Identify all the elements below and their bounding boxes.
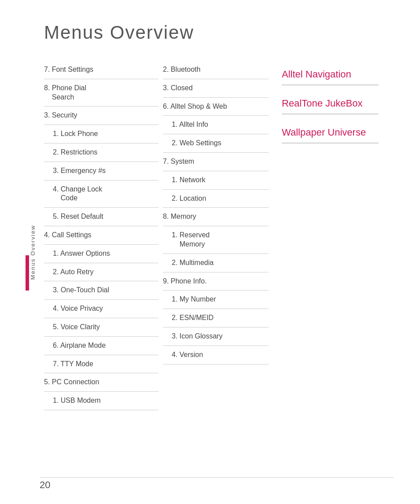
list-item: 9. Phone Info.	[163, 272, 269, 291]
bottom-line	[40, 477, 394, 478]
right-item-label: RealTone JukeBox	[282, 98, 362, 109]
list-item: 3. Closed	[163, 79, 269, 98]
right-item-label: Alltel Navigation	[282, 69, 351, 80]
list-item: 2. ESN/MEID	[163, 309, 269, 327]
list-item: 1. Alltel Info	[163, 116, 269, 134]
list-item: 2. Auto Retry	[44, 263, 158, 282]
list-item: 3. Emergency #s	[44, 162, 158, 180]
list-item: 4. Version	[163, 346, 269, 364]
list-item: 2. Web Settings	[163, 134, 269, 153]
right-item-realtone-jukebox: RealTone JukeBox	[282, 90, 379, 114]
list-item: 5. Voice Clarity	[44, 318, 158, 337]
right-item-label: Wallpaper Universe	[282, 127, 366, 138]
right-item-alltel-navigation: Alltel Navigation	[282, 61, 379, 85]
column-right: Alltel Navigation RealTone JukeBox Wallp…	[282, 61, 379, 410]
list-item: 1. USB Modem	[44, 392, 158, 410]
list-item: 8. Memory	[163, 208, 269, 226]
sidebar-bar	[26, 255, 29, 291]
list-item: 2. Multimedia	[163, 254, 269, 272]
content-area: 7. Font Settings 8. Phone Dial Search 3.…	[44, 61, 394, 410]
list-item: 6. Airplane Mode	[44, 337, 158, 355]
list-item: 7. System	[163, 153, 269, 171]
list-item: 6. Alltel Shop & Web	[163, 98, 269, 116]
list-item: 5. PC Connection	[44, 373, 158, 392]
list-item: 8. Phone Dial Search	[44, 79, 158, 107]
column-middle: 2. Bluetooth 3. Closed 6. Alltel Shop & …	[163, 61, 269, 410]
list-item: 2. Bluetooth	[163, 61, 269, 79]
list-item: 2. Restrictions	[44, 143, 158, 162]
page-title: Menus Overview	[44, 22, 394, 43]
sidebar-label: Menus Overview	[29, 224, 36, 280]
list-item: 7. Font Settings	[44, 61, 158, 79]
list-item: 1. Lock Phone	[44, 125, 158, 143]
list-item: 1. Answer Options	[44, 245, 158, 263]
page-container: Menus Overview Menus Overview 7. Font Se…	[0, 0, 420, 504]
page-number: 20	[40, 479, 50, 491]
list-item: 3. Security	[44, 107, 158, 125]
list-item: 3. One-Touch Dial	[44, 281, 158, 300]
right-item-wallpaper-universe: Wallpaper Universe	[282, 119, 379, 143]
list-item: 4. Change Lock Code	[44, 180, 158, 208]
list-item: 7. TTY Mode	[44, 355, 158, 374]
list-item: 1. Reserved Memory	[163, 226, 269, 254]
list-item: 5. Reset Default	[44, 208, 158, 226]
list-item: 1. My Number	[163, 291, 269, 309]
list-item: 2. Location	[163, 190, 269, 208]
list-item: 4. Call Settings	[44, 226, 158, 245]
column-left: 7. Font Settings 8. Phone Dial Search 3.…	[44, 61, 158, 410]
list-item: 1. Network	[163, 171, 269, 190]
list-item: 3. Icon Glossary	[163, 327, 269, 346]
list-item: 4. Voice Privacy	[44, 300, 158, 318]
